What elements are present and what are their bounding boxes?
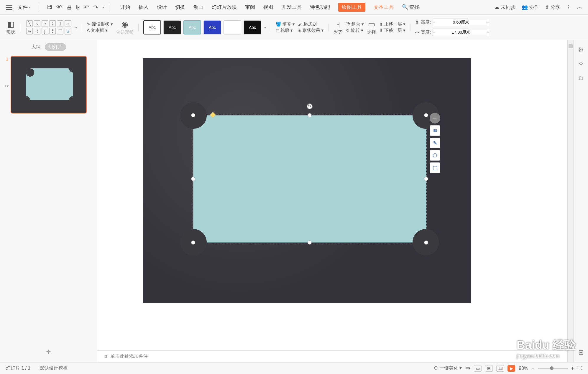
shape-styles[interactable]: Abc Abc Abc Abc Abc <box>143 20 261 34</box>
outline-tab[interactable]: 大纲 <box>31 44 41 50</box>
fit-icon[interactable]: ⛶ <box>577 366 582 371</box>
view-reading[interactable]: 📖 <box>496 365 504 372</box>
style-6[interactable]: Abc <box>244 20 261 34</box>
text-box-button[interactable]: A̲文本框 ▾ <box>87 28 113 33</box>
tab-text-tools[interactable]: 文本工具 <box>374 3 394 12</box>
height-inc[interactable]: + <box>487 19 489 26</box>
canvas[interactable]: − ≋ ✎ ⬠ ▢ 🗎 单击此处添加备注 <box>97 40 567 362</box>
tab-slideshow[interactable]: 幻灯片放映 <box>212 3 237 12</box>
style-3[interactable]: Abc <box>183 20 201 34</box>
rotate-handle[interactable] <box>307 103 313 109</box>
resize-tr[interactable] <box>424 113 428 117</box>
tab-view[interactable]: 视图 <box>263 3 273 12</box>
zoom-in-icon[interactable]: + <box>571 366 574 371</box>
print-icon[interactable]: 🖨 <box>66 4 72 11</box>
vertical-scrollbar[interactable] <box>567 40 573 362</box>
width-dec[interactable]: − <box>433 29 435 36</box>
sync-status[interactable]: ☁未同步 <box>495 4 516 11</box>
quick-access-toolbar: 🖫 👁 🖨 ⎘ ↶ ↷ ▾ <box>46 4 104 11</box>
style-5[interactable] <box>224 20 241 34</box>
undo-icon[interactable]: ↶ <box>84 4 89 11</box>
width-inc[interactable]: + <box>487 29 489 36</box>
height-dec[interactable]: − <box>433 19 435 26</box>
menu-icon[interactable] <box>6 5 12 10</box>
export-icon[interactable]: ⎘ <box>76 4 80 11</box>
notes-placeholder[interactable]: 单击此处添加备注 <box>110 353 148 360</box>
redo-icon[interactable]: ↷ <box>93 4 98 11</box>
selected-shape[interactable]: − ≋ ✎ ⬠ ▢ <box>193 115 426 243</box>
share-button[interactable]: ⇪分享 <box>545 4 560 11</box>
zoom-out-icon[interactable]: − <box>532 366 534 371</box>
outline-icon: ◻ <box>276 28 279 33</box>
slide-number: 1 <box>6 57 8 61</box>
collapse-float-icon[interactable]: − <box>430 113 440 123</box>
tab-special[interactable]: 特色功能 <box>310 3 330 12</box>
layers-rail-icon[interactable]: ⧉ <box>579 74 583 82</box>
pen-icon[interactable]: ✎ <box>430 138 440 148</box>
resize-bl[interactable] <box>191 240 195 245</box>
layer-icon[interactable]: ≋ <box>430 125 440 136</box>
style-4[interactable]: Abc <box>203 20 221 34</box>
slide-thumbnail-1[interactable]: 1 <box>11 56 87 113</box>
tab-insert[interactable]: 插入 <box>139 3 149 12</box>
shape-fill-icon[interactable]: ⬠ <box>430 150 440 161</box>
add-slide-button[interactable]: + <box>0 341 97 362</box>
view-sorter[interactable]: ⊞ <box>485 365 493 372</box>
resize-r[interactable] <box>424 177 428 181</box>
shape-effect-button[interactable]: ◈形状效果 ▾ <box>298 28 324 33</box>
resize-l[interactable] <box>191 177 195 181</box>
star-rail-icon[interactable]: ✧ <box>578 60 584 68</box>
tab-transition[interactable]: 切换 <box>175 3 185 12</box>
line-gallery[interactable]: ╲↘↔⤹⤵⤷ ∿⌇∫ζ⌒S <box>25 19 72 36</box>
group-button[interactable]: ⿻组合 ▾ <box>346 22 364 27</box>
tab-design[interactable]: 设计 <box>157 3 167 12</box>
bring-forward-button[interactable]: ⬆上移一层 ▾ <box>379 22 405 27</box>
title-bar: 文件 ▾ 🖫 👁 🖨 ⎘ ↶ ↷ ▾ 开始 插入 设计 切换 动画 幻灯片放映 … <box>0 0 588 15</box>
align-button[interactable]: ⫞对齐 <box>334 19 343 35</box>
select-pane-button[interactable]: ▭选择 <box>367 19 376 35</box>
file-menu[interactable]: 文件 ▾ <box>15 3 33 12</box>
slides-tab[interactable]: 幻灯片 <box>45 43 66 51</box>
fill-button[interactable]: 🪣填充 ▾ <box>276 22 295 27</box>
resize-br[interactable] <box>424 240 428 245</box>
shape-button[interactable]: ◧ 形状 <box>6 19 15 35</box>
send-back-icon: ⬇ <box>379 28 383 33</box>
send-backward-button[interactable]: ⬇下移一层 ▾ <box>379 28 405 33</box>
zoom-value[interactable]: 90% <box>519 366 528 371</box>
outline-button[interactable]: ◻轮廓 ▾ <box>276 28 295 33</box>
ribbon: ◧ 形状 ╲↘↔⤹⤵⤷ ∿⌇∫ζ⌒S ▾ ✎编辑形状 ▾ A̲文本框 ▾ ◉ 合… <box>0 15 588 40</box>
style-2[interactable]: Abc <box>163 20 181 34</box>
resize-t[interactable] <box>308 113 312 117</box>
template-name: 默认设计模板 <box>40 365 68 371</box>
tab-animation[interactable]: 动画 <box>193 3 203 12</box>
collab-button[interactable]: 👥协作 <box>522 4 539 11</box>
slide[interactable]: − ≋ ✎ ⬠ ▢ <box>143 58 471 303</box>
search-button[interactable]: 🔍查找 <box>402 3 419 12</box>
print-preview-icon[interactable]: 👁 <box>56 4 62 11</box>
style-1[interactable]: Abc <box>143 20 161 34</box>
frame-icon[interactable]: ▢ <box>430 162 440 173</box>
edit-shape-button[interactable]: ✎编辑形状 ▾ <box>87 22 113 27</box>
zoom-slider[interactable] <box>550 366 553 370</box>
settings-rail-icon[interactable]: ⚙ <box>578 46 584 54</box>
save-icon[interactable]: 🖫 <box>46 4 52 11</box>
tab-review[interactable]: 审阅 <box>245 3 255 12</box>
view-slideshow[interactable]: ▶ <box>507 365 515 372</box>
tab-home[interactable]: 开始 <box>120 3 130 12</box>
beautify-button[interactable]: ⬡一键美化 ▾ <box>434 365 462 371</box>
resize-b[interactable] <box>308 240 312 245</box>
view-normal[interactable]: ▭ <box>474 365 482 372</box>
width-input[interactable] <box>435 30 487 35</box>
grid-rail-icon[interactable]: ⊞ <box>578 349 584 356</box>
rotate-button[interactable]: ↻旋转 ▾ <box>346 28 364 33</box>
height-input[interactable] <box>435 20 487 25</box>
more-icon[interactable]: ⋮ <box>566 4 571 10</box>
resize-tl[interactable] <box>191 113 195 117</box>
format-painter-button[interactable]: 🖌格式刷 <box>298 22 324 27</box>
notes-bar[interactable]: 🗎 单击此处添加备注 <box>97 350 567 362</box>
tab-devtools[interactable]: 开发工具 <box>282 3 302 12</box>
collapse-panel-icon[interactable]: << <box>4 84 9 88</box>
tab-drawing-tools[interactable]: 绘图工具 <box>338 3 365 12</box>
hamburger-icon[interactable]: ≡▾ <box>465 365 470 371</box>
collapse-ribbon-icon[interactable]: ︿ <box>577 4 582 11</box>
